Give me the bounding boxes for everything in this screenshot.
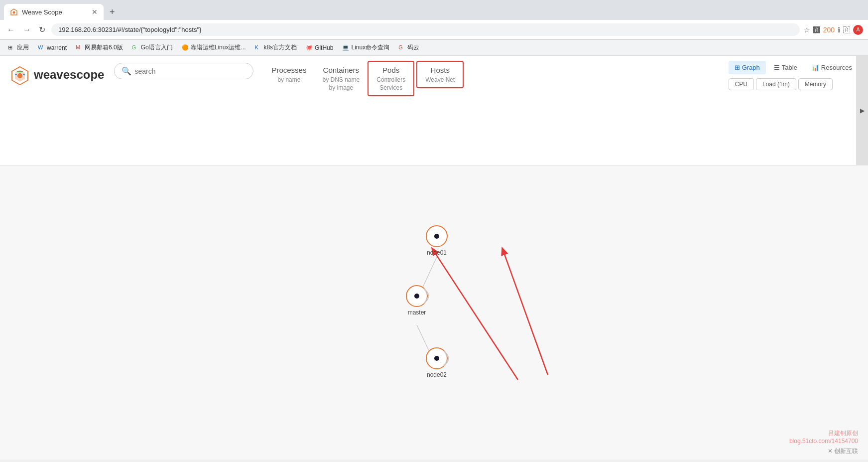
logo-weave: weave: [34, 68, 70, 81]
nav-item-hosts[interactable]: Hosts Weave Net: [416, 61, 464, 88]
cpu-metric-button[interactable]: CPU: [729, 78, 754, 90]
svg-point-1: [13, 11, 15, 14]
view-controls: ⊞ Graph ☰ Table 📊 Resources CPU Load (1m…: [729, 56, 858, 90]
bookmark-label: k8s官方文档: [263, 43, 297, 52]
nav-item-pods[interactable]: Pods Controllers Services: [368, 61, 414, 96]
extension-icon-3: ℹ: [838, 26, 840, 34]
top-nav: weavescope 🔍 Processes by name Container…: [0, 56, 868, 165]
browser-chrome: Weave Scope ✕ + ← → ↻ ☆ 🅰 200 ℹ 🇦 A ⊞ 应用…: [0, 0, 868, 56]
graph-icon: ⊞: [735, 64, 740, 71]
bookmark-label: Linux命令查询: [351, 43, 389, 52]
node01-dot: [434, 234, 439, 239]
processes-sub1[interactable]: by name: [277, 76, 300, 83]
pods-label: Pods: [382, 66, 399, 74]
resources-label: Resources: [821, 64, 852, 71]
k8s-icon: K: [254, 44, 261, 51]
node02-dot: [434, 356, 439, 361]
bookmark-163mail[interactable]: M 网易邮箱6.0版: [72, 42, 127, 53]
bottom-right-brand: ✕ 创新互联: [828, 447, 858, 456]
extension-icon-4: 🇦: [843, 26, 850, 34]
bookmark-github[interactable]: 🐙 GitHub: [302, 43, 337, 53]
tab-favicon: [10, 8, 18, 16]
bookmark-label: warrent: [47, 44, 67, 51]
extension-icon-1: 🅰: [813, 26, 820, 34]
new-tab-button[interactable]: +: [106, 5, 119, 19]
expand-panel-button[interactable]: ▶: [856, 56, 868, 165]
bookmark-label: 网易邮箱6.0版: [85, 43, 123, 52]
pods-sub1[interactable]: Controllers: [376, 76, 405, 83]
graph-canvas: node01 master: [0, 165, 868, 460]
bookmark-label: 码云: [407, 43, 419, 52]
watermark-line2: blog.51cto.com/14154700: [789, 438, 858, 445]
browser-tab[interactable]: Weave Scope ✕: [4, 4, 104, 20]
bookmark-star-icon[interactable]: ☆: [804, 26, 810, 34]
nav-item-containers[interactable]: Containers by DNS name by image: [314, 61, 368, 96]
node-master[interactable]: master: [406, 285, 428, 316]
node02-label: node02: [427, 371, 447, 378]
bottom-brand-label: ✕ 创新互联: [828, 448, 858, 455]
node-node01[interactable]: node01: [426, 225, 448, 256]
bookmark-apps[interactable]: ⊞ 应用: [4, 42, 33, 53]
hosts-sub: Weave Net: [425, 76, 455, 83]
bookmark-warrent[interactable]: W warrent: [34, 43, 71, 53]
node01-circle: [426, 225, 448, 247]
apps-icon: ⊞: [8, 44, 15, 51]
url-bar[interactable]: [51, 23, 800, 36]
load-metric-button[interactable]: Load (1m): [756, 78, 796, 90]
back-button[interactable]: ←: [5, 23, 17, 36]
master-wing: [424, 284, 439, 308]
bookmark-linux[interactable]: 🟠 靠谱运维Linux运维...: [178, 42, 250, 53]
graph-label: Graph: [742, 64, 760, 71]
forward-button[interactable]: →: [21, 23, 33, 36]
node02-wing: [444, 346, 459, 371]
search-icon: 🔍: [122, 66, 131, 76]
bookmark-gitee[interactable]: G 码云: [394, 42, 423, 53]
hosts-sub1[interactable]: Weave Net: [425, 76, 455, 83]
containers-sub1[interactable]: by DNS name: [322, 76, 360, 83]
tab-bar: Weave Scope ✕ +: [0, 0, 868, 20]
profile-icon: A: [853, 25, 863, 35]
refresh-button[interactable]: ↻: [37, 23, 47, 36]
svg-line-11: [503, 250, 548, 375]
linux-icon: 🟠: [182, 44, 189, 51]
bookmark-label: 应用: [17, 43, 29, 52]
search-bar[interactable]: 🔍: [114, 63, 253, 79]
processes-label: Processes: [271, 66, 306, 74]
bookmark-golang[interactable]: G Go语言入门: [128, 42, 177, 53]
watermark-line1: 吕建钊原创: [789, 429, 858, 438]
nav-menu: Processes by name Containers by DNS name…: [263, 56, 718, 96]
warrent-icon: W: [38, 44, 45, 51]
pods-sub: Controllers Services: [376, 76, 405, 91]
address-bar: ← → ↻ ☆ 🅰 200 ℹ 🇦 A: [0, 20, 868, 40]
extension-icon-2: 200: [823, 26, 835, 34]
containers-sub: by DNS name by image: [322, 76, 360, 91]
bookmark-label: Go语言入门: [141, 43, 173, 52]
node-node02[interactable]: node02: [426, 347, 448, 378]
pods-sub2[interactable]: Services: [379, 84, 402, 91]
table-icon: ☰: [774, 64, 780, 71]
tab-close-button[interactable]: ✕: [92, 8, 98, 16]
address-actions: ☆ 🅰 200 ℹ 🇦 A: [804, 25, 863, 35]
watermark: 吕建钊原创 blog.51cto.com/14154700: [789, 429, 858, 445]
search-input[interactable]: [134, 67, 246, 75]
logo-scope: scope: [70, 68, 104, 81]
svg-point-4: [17, 73, 22, 78]
bookmark-linux-cmd[interactable]: 💻 Linux命令查询: [338, 42, 393, 53]
nav-item-processes[interactable]: Processes by name: [263, 61, 314, 88]
table-view-button[interactable]: ☰ Table: [768, 61, 803, 74]
bookmark-label: 靠谱运维Linux运维...: [191, 43, 246, 52]
linux-cmd-icon: 💻: [342, 44, 349, 51]
connections-svg: [0, 165, 868, 460]
go-icon: G: [132, 44, 139, 51]
master-label: master: [408, 309, 426, 316]
resources-view-button[interactable]: 📊 Resources: [805, 61, 858, 74]
github-icon: 🐙: [306, 44, 313, 51]
mail-icon: M: [76, 44, 83, 51]
logo-text: weavescope: [34, 68, 104, 82]
containers-sub2[interactable]: by image: [329, 84, 353, 91]
bookmark-k8s[interactable]: K k8s官方文档: [250, 42, 301, 53]
gitee-icon: G: [398, 44, 405, 51]
graph-view-button[interactable]: ⊞ Graph: [729, 61, 766, 74]
memory-metric-button[interactable]: Memory: [798, 78, 833, 90]
bookmarks-bar: ⊞ 应用 W warrent M 网易邮箱6.0版 G Go语言入门 🟠 靠谱运…: [0, 40, 868, 56]
